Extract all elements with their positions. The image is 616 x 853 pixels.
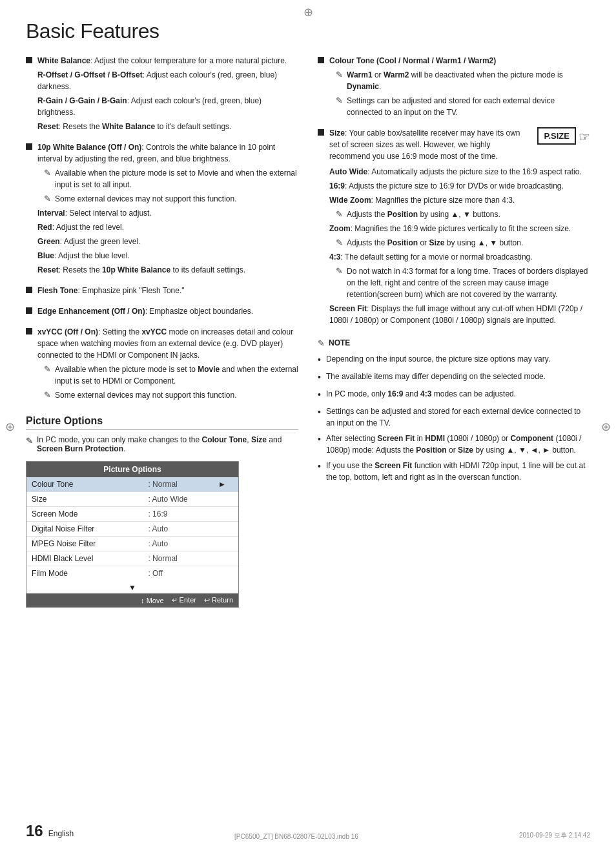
edge-enhancement-title: Edge Enhancement (Off / On): Emphasize o… [37,305,298,317]
blue-line: Blue: Adjust the blue level. [37,250,298,262]
4-3-title: 4:3: The default setting for a movie or … [329,251,590,263]
page-number-block: 16 English [26,822,74,840]
auto-wide-title: Auto Wide: Automatically adjusts the pic… [329,166,590,178]
left-column: White Balance: Adjust the colour tempera… [26,55,298,608]
page-language: English [48,829,74,838]
note-section: ✎ NOTE Depending on the input source, th… [318,338,590,483]
option-value: : Auto [143,522,212,537]
table-row[interactable]: Size : Auto Wide [26,492,238,507]
option-value: : Normal [143,477,212,492]
picture-options-intro-text: In PC mode, you can only make changes to… [37,435,298,453]
list-item: If you use the Screen Fit function with … [318,460,590,483]
option-value: : Off [143,566,212,581]
list-item: Settings can be adjusted and stored for … [318,406,590,429]
crosshair-left-icon: ⊕ [5,420,15,434]
pencil-icon: ✎ [336,209,343,219]
option-value: : Normal [143,551,212,566]
10p-white-balance-item: 10p White Balance (Off / On): Controls t… [26,141,298,278]
table-row[interactable]: Digital Noise Filter : Auto [26,522,238,537]
option-name: Film Mode [26,566,143,581]
option-arrow: ► [213,477,238,492]
option-name: Digital Noise Filter [26,522,143,537]
table-row[interactable]: HDMI Black Level : Normal [26,551,238,566]
psize-button: P.SIZE [537,127,576,145]
xvycc-note-1: ✎ Available when the picture mode is set… [44,364,298,387]
option-value: : 16:9 [143,507,212,522]
table-row[interactable]: Film Mode : Off [26,566,238,581]
bullet-square-icon [26,287,32,293]
10p-note-2: ✎ Some external devices may not support … [44,193,298,205]
crosshair-top-icon: ⊕ [303,5,313,19]
option-name: Screen Mode [26,507,143,522]
footer-meta-left: [PC6500_ZT] BN68-02807E-02L03.indb 16 [234,833,358,840]
size-item: P.SIZE ☞ Size: Your cable box/satellite … [318,127,590,329]
option-name: HDMI Black Level [26,551,143,566]
colour-tone-title: Colour Tone (Cool / Normal / Warm1 / War… [329,55,590,67]
picture-options-section: Picture Options ✎ In PC mode, you can on… [26,415,298,608]
note-bullets-list: Depending on the input source, the pictu… [318,353,590,483]
10p-white-balance-content: 10p White Balance (Off / On): Controls t… [37,141,298,278]
white-balance-reset: Reset: Resets the White Balance to it's … [37,121,298,132]
red-line: Red: Adjust the red level. [37,221,298,233]
option-name: Colour Tone [26,477,143,492]
wide-zoom-note: ✎ Adjusts the Position by using ▲, ▼ but… [336,209,590,220]
note-label: NOTE [329,338,350,347]
pencil-icon: ✎ [336,266,343,276]
picture-options-intro: ✎ In PC mode, you can only make changes … [26,435,298,453]
colour-tone-content: Colour Tone (Cool / Normal / Warm1 / War… [329,55,590,121]
bullet-square-icon [318,57,324,63]
option-value: : Auto Wide [143,492,212,507]
pencil-icon: ✎ [336,238,343,247]
flesh-tone-item: Flesh Tone: Emphasize pink "Flesh Tone." [26,285,298,299]
zoom-note: ✎ Adjusts the Position or Size by using … [336,237,590,249]
colour-tone-item: Colour Tone (Cool / Normal / Warm1 / War… [318,55,590,121]
option-arrow [213,551,238,566]
10p-white-balance-title: 10p White Balance (Off / On): Controls t… [37,141,298,165]
option-arrow [213,566,238,581]
pencil-icon: ✎ [44,390,51,400]
16-9-title: 16:9: Adjusts the picture size to 16:9 f… [329,180,590,192]
psize-container: P.SIZE ☞ [537,127,590,145]
list-item: Depending on the input source, the pictu… [318,353,590,367]
page-title: Basic Features [26,19,590,43]
option-arrow [213,507,238,522]
zoom-title: Zoom: Magnifies the 16:9 wide pictures v… [329,223,590,234]
10p-note-1: ✎ Available when the picture mode is set… [44,167,298,190]
table-row[interactable]: Colour Tone : Normal ► [26,477,238,492]
option-value: : Auto [143,537,212,551]
screen-fit-title: Screen Fit: Displays the full image with… [329,303,590,326]
option-name: MPEG Noise Filter [26,537,143,551]
4-3-note: ✎ Do not watch in 4:3 format for a long … [336,265,590,300]
colour-tone-note-2: ✎ Settings can be adjusted and stored fo… [336,95,590,118]
page-container: ⊕ ⊕ ⊕ Basic Features White Balance: Adju… [0,0,616,853]
pencil-icon: ✎ [44,168,51,178]
footer-return: ↩ Return [204,596,233,604]
reset-10p-line: Reset: Resets the 10p White Balance to i… [37,264,298,276]
white-balance-r-offset: R-Offset / G-Offset / B-Offset: Adjust e… [37,69,298,92]
footer-meta-right: 2010-09-29 오후 2:14:42 [519,831,590,840]
list-item: The available items may differ depending… [318,371,590,384]
pencil-icon: ✎ [336,96,343,105]
list-item: In PC mode, only 16:9 and 4:3 modes can … [318,388,590,402]
wide-zoom-title: Wide Zoom: Magnifies the picture size mo… [329,194,590,206]
pencil-note-icon: ✎ [318,338,325,348]
xvycc-note-2: ✎ Some external devices may not support … [44,389,298,401]
right-column: Colour Tone (Cool / Normal / Warm1 / War… [318,55,590,608]
table-row[interactable]: Screen Mode : 16:9 [26,507,238,522]
bullet-square-icon [26,307,32,314]
pencil-icon: ✎ [336,70,343,79]
option-arrow [213,492,238,507]
white-balance-item: White Balance: Adjust the colour tempera… [26,55,298,135]
pencil-icon: ✎ [44,364,51,374]
main-content: White Balance: Adjust the colour tempera… [26,55,590,608]
edge-enhancement-item: Edge Enhancement (Off / On): Emphasize o… [26,305,298,320]
crosshair-right-icon: ⊕ [601,420,611,434]
table-row[interactable]: MPEG Noise Filter : Auto [26,537,238,551]
pencil-icon: ✎ [44,194,51,203]
table-footer: ↕ Move ↵ Enter ↩ Return [26,593,238,607]
bullet-square-icon [26,328,32,334]
white-balance-r-gain: R-Gain / G-Gain / B-Gain: Adjust each co… [37,95,298,118]
picture-options-title: Picture Options [26,415,298,430]
white-balance-title: White Balance: Adjust the colour tempera… [37,55,298,67]
options-table-header: Picture Options [26,462,238,477]
